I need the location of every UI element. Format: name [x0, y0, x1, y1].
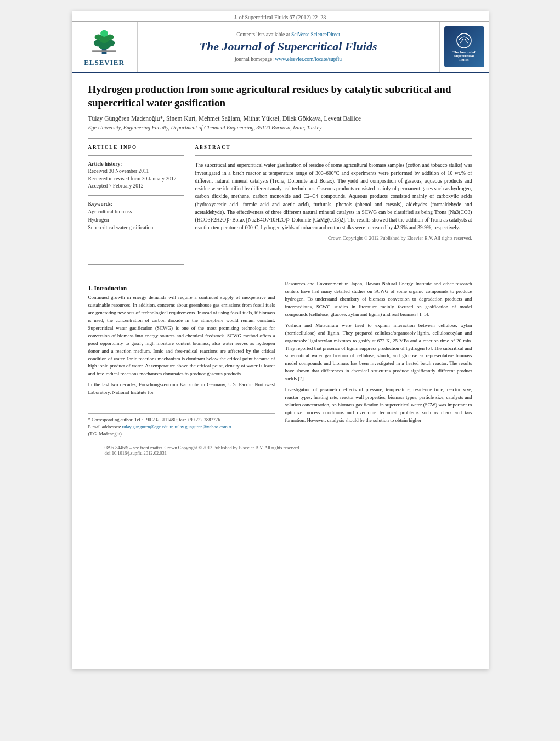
badge-icon — [456, 32, 472, 49]
divider-1 — [88, 138, 472, 139]
elsevier-logo: ELSEVIER — [84, 27, 125, 67]
abstract-col: ABSTRACT The subcritical and supercritic… — [195, 144, 472, 270]
keyword-2: Hydrogen — [88, 216, 184, 224]
article-info-header: ARTICLE INFO — [88, 144, 184, 150]
intro-section-num: 1. — [88, 285, 93, 291]
footnote-name: (T.G. Madenoğlu). — [88, 431, 275, 438]
abstract-header: ABSTRACT — [195, 144, 472, 150]
author-affiliation: Ege University, Engineering Faculty, Dep… — [88, 125, 472, 131]
elsevier-brand: ELSEVIER — [84, 58, 125, 67]
journal-badge-area: The Journal ofSupercriticalFluids — [439, 22, 489, 72]
journal-title: The Journal of Supercritical Fluids — [200, 39, 377, 54]
footnote-area: * Corresponding author. Tel.: +90 232 31… — [88, 413, 275, 437]
body-two-col: 1. Introduction Continued growth in ener… — [88, 280, 472, 437]
svg-rect-8 — [92, 50, 116, 52]
journal-badge: The Journal ofSupercriticalFluids — [444, 26, 484, 67]
right-para1: Resources and Environment in Japan, Hawa… — [285, 280, 472, 319]
intro-body-text: Continued growth in energy demands will … — [88, 294, 275, 397]
contents-available-line: Contents lists available at SciVerse Sci… — [236, 32, 340, 37]
elsevier-tree-icon — [85, 27, 123, 57]
keywords-label: Keywords: — [88, 201, 184, 207]
journal-header: ELSEVIER Contents lists available at Sci… — [72, 22, 489, 73]
footnote-emails: E-mail addresses: tulay.gunguren@ege.edu… — [88, 423, 275, 431]
homepage-line: journal homepage: www.elsevier.com/locat… — [235, 56, 342, 62]
journal-citation-bar: J. of Supercritical Fluids 67 (2012) 22–… — [72, 11, 489, 22]
badge-title: The Journal ofSupercriticalFluids — [452, 50, 475, 61]
keyword-3: Supercritical water gasification — [88, 224, 184, 231]
article-title: Hydrogen production from some agricultur… — [88, 83, 472, 110]
email-2: tulay.gunguren@yahoo.com.tr — [175, 424, 231, 429]
divider-5 — [195, 155, 472, 156]
journal-citation: J. of Supercritical Fluids 67 (2012) 22–… — [234, 14, 326, 20]
elsevier-logo-area: ELSEVIER — [72, 22, 138, 72]
article-authors: Tülay Güngören Madenoğlu*, Sinem Kurt, M… — [88, 115, 472, 122]
divider-2 — [88, 155, 184, 156]
abstract-text: The subcritical and supercritical water … — [195, 161, 472, 231]
authors-text: Tülay Güngören Madenoğlu*, Sinem Kurt, M… — [88, 115, 361, 122]
right-para3: Investigation of parametric effects of p… — [285, 386, 472, 425]
article-info-abstract: ARTICLE INFO Article history: Received 3… — [88, 144, 472, 270]
issn-line: 0896-8446/$ – see front matter. Crown Co… — [105, 445, 456, 450]
received-revised: Received in revised form 30 January 2012 — [88, 176, 184, 183]
sciverse-link[interactable]: SciVerse ScienceDirect — [291, 32, 340, 37]
intro-section-label: Introduction — [94, 285, 127, 291]
body-left-col: 1. Introduction Continued growth in ener… — [88, 280, 275, 437]
intro-para2: In the last two decades, Forschungszentr… — [88, 381, 275, 397]
svg-point-9 — [457, 33, 471, 48]
page: J. of Supercritical Fluids 67 (2012) 22–… — [72, 11, 489, 669]
intro-section-title: 1. Introduction — [88, 285, 275, 291]
keyword-1: Agricultural biomass — [88, 208, 184, 216]
right-para2: Yoshida and Matsumura were tried to expl… — [285, 322, 472, 383]
journal-header-center: Contents lists available at SciVerse Sci… — [138, 22, 439, 72]
article-body: Hydrogen production from some agricultur… — [72, 73, 489, 470]
divider-3 — [88, 195, 184, 196]
right-intro-text: Resources and Environment in Japan, Hawa… — [285, 280, 472, 425]
bottom-bar: 0896-8446/$ – see front matter. Crown Co… — [88, 442, 472, 459]
email-1: tulay.gunguren@ege.edu.tr — [122, 424, 173, 429]
body-right-col: Resources and Environment in Japan, Hawa… — [285, 280, 472, 437]
received-1: Received 30 November 2011 — [88, 168, 184, 175]
intro-para1: Continued growth in energy demands will … — [88, 294, 275, 378]
doi-line: doi:10.1016/j.supflu.2012.02.031 — [105, 450, 456, 456]
svg-point-7 — [100, 30, 108, 37]
copyright-text: Crown Copyright © 2012 Published by Else… — [195, 235, 472, 241]
email-label: E-mail addresses: — [88, 424, 121, 429]
homepage-label: journal homepage: — [235, 56, 275, 62]
footnote-corresponding: * Corresponding author. Tel.: +90 232 31… — [88, 416, 275, 423]
history-label: Article history: — [88, 161, 184, 167]
homepage-link[interactable]: www.elsevier.com/locate/supflu — [275, 56, 342, 62]
accepted-date: Accepted 7 February 2012 — [88, 183, 184, 190]
contents-text: Contents lists available at — [236, 32, 291, 37]
divider-4 — [88, 264, 184, 265]
article-info-col: ARTICLE INFO Article history: Received 3… — [88, 144, 184, 270]
